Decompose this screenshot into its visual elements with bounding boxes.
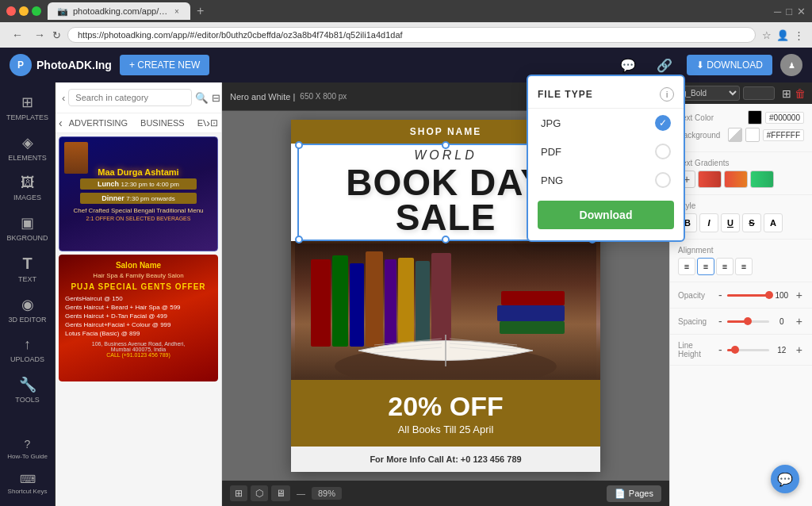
align-center-btn[interactable]: ≡ <box>697 258 714 275</box>
opacity-thumb[interactable] <box>765 291 773 299</box>
pages-icon: 📄 <box>615 489 626 499</box>
opacity-plus-btn[interactable]: + <box>795 289 804 301</box>
sidebar-item-text[interactable]: T TEXT <box>0 250 55 288</box>
opacity-minus-btn[interactable]: - <box>717 289 724 301</box>
lineheight-plus-btn[interactable]: + <box>795 343 804 356</box>
sidebar-item-uploads[interactable]: ↑ UPLOADS <box>0 332 55 368</box>
spacing-thumb[interactable] <box>744 317 752 325</box>
font-size-input[interactable]: 136 <box>743 86 775 100</box>
window-close-btn[interactable] <box>6 6 16 16</box>
chat-icon-button[interactable]: 💬 <box>614 55 642 76</box>
align-right-btn[interactable]: ≡ <box>716 258 733 275</box>
expand-categories-btn[interactable]: ⊡ <box>210 117 218 128</box>
monitor-tool-btn[interactable]: 🖥 <box>271 485 290 501</box>
all-caps-btn[interactable]: A <box>764 213 783 232</box>
underline-btn[interactable]: U <box>721 213 740 232</box>
svg-rect-2 <box>332 255 348 347</box>
lineheight-thumb[interactable] <box>731 346 739 354</box>
canvas-label: Nero and White | <box>230 92 295 102</box>
sidebar-label-tools: TOOLS <box>15 396 39 404</box>
forward-button[interactable]: → <box>30 27 49 43</box>
share-icon-button[interactable]: 🔗 <box>650 55 679 76</box>
tab-close-btn[interactable]: × <box>173 6 181 17</box>
eraser-tool-btn[interactable]: ⬡ <box>251 485 268 501</box>
category-list: ADVERTISING BUSINESS EVENT <box>63 113 207 132</box>
download-header-button[interactable]: ⬇ DOWNLOAD <box>687 55 772 75</box>
gradient-swatch-green[interactable] <box>750 171 774 188</box>
window-minimize-btn[interactable] <box>19 6 29 16</box>
search-button[interactable]: 🔍 <box>195 89 209 106</box>
download-action-button[interactable]: Download <box>538 201 674 229</box>
template2-address: 106, Business Avenue Road, Andheri,Mumba… <box>92 341 185 352</box>
sidebar-item-images[interactable]: 🖼 IMAGES <box>0 170 55 206</box>
sidebar-item-background[interactable]: ▣ BKGROUND <box>0 209 55 247</box>
reload-button[interactable]: ↻ <box>52 29 61 41</box>
images-icon: 🖼 <box>21 174 35 191</box>
canvas-offer-text: All Books Till 25 April <box>304 424 588 435</box>
cat-advertising[interactable]: ADVERTISING <box>63 113 134 132</box>
profile-icon[interactable]: 👤 <box>776 29 789 41</box>
browser-close-icon[interactable]: ✕ <box>797 6 806 17</box>
cat-business[interactable]: BUSINESS <box>134 113 191 132</box>
pdf-radio[interactable] <box>655 144 671 159</box>
window-maximize-btn[interactable] <box>32 6 41 16</box>
chat-bubble-btn[interactable]: 💬 <box>771 465 799 493</box>
text-color-swatch[interactable] <box>748 110 762 125</box>
sidebar-item-3d-editor[interactable]: ◉ 3D EDITOR <box>0 291 55 328</box>
spacing-track[interactable] <box>727 320 769 323</box>
sidebar-item-templates[interactable]: ⊞ TEMPLATES <box>0 89 55 126</box>
file-type-pdf[interactable]: PDF <box>528 137 684 166</box>
lineheight-minus-btn[interactable]: - <box>717 343 724 356</box>
delete-element-btn[interactable]: 🗑 <box>795 87 806 100</box>
lineheight-value: 12 <box>772 346 791 355</box>
left-sidebar: ⊞ TEMPLATES ◈ ELEMENTS 🖼 IMAGES ▣ BKGROU… <box>0 82 56 506</box>
url-bar[interactable]: https://photoadking.com/app/#/editor/b0u… <box>67 27 756 43</box>
popup-info-btn[interactable]: i <box>660 87 674 102</box>
gradient-swatch-red[interactable] <box>698 171 722 188</box>
user-avatar[interactable]: ♟ <box>780 54 802 76</box>
new-tab-btn[interactable]: + <box>192 2 209 20</box>
spacing-plus-btn[interactable]: + <box>795 315 804 328</box>
cat-event[interactable]: EVENT <box>191 113 207 132</box>
pages-panel-btn[interactable]: ⊞ <box>782 87 791 100</box>
create-new-button[interactable]: + CREATE NEW <box>120 55 209 75</box>
bg-color-swatch[interactable] <box>745 128 760 142</box>
svg-rect-8 <box>431 253 451 347</box>
grid-view-button[interactable]: ⊟ <box>212 89 220 106</box>
alignment-label: Alignment <box>678 246 804 255</box>
opacity-track[interactable] <box>727 294 769 297</box>
extension-icon[interactable]: ⋮ <box>794 29 804 41</box>
browser-restore-icon[interactable]: □ <box>786 6 792 17</box>
file-type-jpg[interactable]: JPG <box>528 109 684 137</box>
active-tab[interactable]: 📷 photoadking.com/app/#/editor/b0... × <box>48 2 190 20</box>
pages-button[interactable]: 📄 Pages <box>607 485 661 502</box>
spacing-minus-btn[interactable]: - <box>717 315 724 328</box>
bg-transparent-swatch[interactable] <box>728 128 742 142</box>
align-left-btn[interactable]: ≡ <box>678 258 695 275</box>
jpg-radio[interactable] <box>655 115 671 131</box>
italic-btn[interactable]: I <box>699 213 718 232</box>
sidebar-item-elements[interactable]: ◈ ELEMENTS <box>0 129 55 167</box>
strikethrough-btn[interactable]: S <box>742 213 761 232</box>
bookmark-icon[interactable]: ☆ <box>762 29 772 41</box>
font-family-select[interactable]: g_Bold <box>676 86 740 101</box>
templates-icon: ⊞ <box>21 94 33 111</box>
template-thumb-1[interactable]: Maa Durga Ashtami Lunch 12:30 pm to 4:00… <box>59 136 218 251</box>
browser-minimize-icon[interactable]: ─ <box>774 6 781 17</box>
sidebar-item-howto[interactable]: ? How-To Guide <box>0 433 55 465</box>
search-input[interactable] <box>68 89 192 106</box>
sidebar-label-3d: 3D EDITOR <box>9 316 47 324</box>
back-button[interactable]: ← <box>8 27 27 43</box>
template-thumb-2[interactable]: Salon Name Hair Spa & Family Beauty Salo… <box>59 255 218 381</box>
gradient-swatch-orange[interactable] <box>724 171 748 188</box>
back-arrow-btn[interactable]: ‹ <box>62 89 65 106</box>
lineheight-track[interactable] <box>727 349 769 351</box>
sidebar-item-tools[interactable]: 🔧 TOOLS <box>0 371 55 408</box>
jpg-label: JPG <box>541 117 561 129</box>
file-type-png[interactable]: PNG <box>528 166 684 194</box>
template1-desc: Chef Crafted Special Bengali Traditional… <box>73 207 203 214</box>
align-justify-btn[interactable]: ≡ <box>735 258 753 275</box>
sidebar-item-shortcuts[interactable]: ⌨ Shortcut Keys <box>0 468 55 500</box>
png-radio[interactable] <box>655 172 671 188</box>
grid-tool-btn[interactable]: ⊞ <box>230 485 247 501</box>
